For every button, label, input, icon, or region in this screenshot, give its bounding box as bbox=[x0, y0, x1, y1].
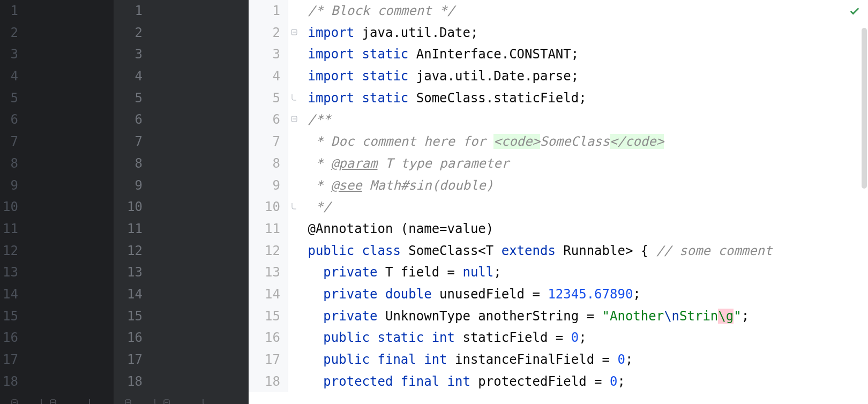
fold-toggle bbox=[77, 392, 87, 404]
line-number: 8 bbox=[249, 153, 288, 175]
editor-pane-dark-2[interactable]: 123456789101112131415161718/* Blocimport… bbox=[114, 0, 249, 404]
fold-toggle bbox=[288, 43, 300, 65]
code-line[interactable]: protected final int protectedField = 0; bbox=[300, 371, 772, 393]
fold-toggle bbox=[68, 392, 77, 404]
code-line[interactable]: public final int instanceFinalField = 0; bbox=[300, 349, 772, 371]
line-number: 11 bbox=[249, 218, 288, 240]
fold-gutter bbox=[288, 0, 300, 392]
line-number: 1 bbox=[0, 0, 24, 22]
code-line[interactable]: @Annotation (name=value) bbox=[300, 218, 772, 240]
line-number: 18 bbox=[249, 371, 288, 393]
fold-toggle bbox=[288, 371, 300, 393]
fold-toggle[interactable] bbox=[152, 392, 162, 404]
fold-toggle[interactable] bbox=[288, 196, 300, 218]
line-number: 9 bbox=[114, 175, 148, 197]
line-number: 15 bbox=[249, 305, 288, 327]
editor-pane-light[interactable]: 123456789101112131415161718 /* Block com… bbox=[249, 0, 868, 404]
line-number: 4 bbox=[249, 65, 288, 87]
line-number: 2 bbox=[249, 22, 288, 44]
fold-toggle bbox=[133, 392, 143, 404]
line-number: 8 bbox=[114, 153, 148, 175]
editor-pane-dark-1[interactable]: 123456789101112131415161718/* Blocimport… bbox=[0, 0, 114, 404]
fold-toggle[interactable] bbox=[288, 87, 300, 109]
line-number: 3 bbox=[114, 43, 148, 65]
fold-toggle bbox=[229, 392, 239, 404]
code-line[interactable]: public class SomeClass<T extends Runnabl… bbox=[300, 240, 772, 262]
code-line[interactable]: private T field = null; bbox=[300, 261, 772, 283]
fold-toggle[interactable] bbox=[162, 392, 171, 404]
code-line[interactable]: */ bbox=[300, 196, 772, 218]
inspection-ok-icon bbox=[849, 4, 860, 20]
line-number: 2 bbox=[0, 22, 24, 44]
fold-toggle bbox=[288, 349, 300, 371]
fold-toggle bbox=[288, 305, 300, 327]
line-number: 4 bbox=[0, 65, 24, 87]
fold-toggle bbox=[288, 65, 300, 87]
fold-toggle bbox=[288, 327, 300, 349]
svg-rect-0 bbox=[12, 400, 17, 404]
line-number: 17 bbox=[249, 349, 288, 371]
line-number: 4 bbox=[114, 65, 148, 87]
code-line[interactable]: /* Block comment */ bbox=[300, 0, 772, 22]
fold-toggle bbox=[210, 392, 220, 404]
code-line[interactable]: * Doc comment here for <code>SomeClass</… bbox=[300, 131, 772, 153]
fold-toggle[interactable] bbox=[288, 109, 300, 131]
code-line[interactable]: import static AnInterface.CONSTANT; bbox=[300, 43, 772, 65]
code-line[interactable]: public static int staticField = 0; bbox=[300, 327, 772, 349]
fold-toggle bbox=[288, 0, 300, 22]
line-number: 7 bbox=[249, 131, 288, 153]
code-content[interactable]: /* Block comment */ import java.util.Dat… bbox=[300, 0, 772, 392]
code-line[interactable]: /** bbox=[300, 109, 772, 131]
fold-gutter bbox=[114, 392, 249, 404]
line-number: 16 bbox=[114, 327, 148, 349]
code-line[interactable]: * @param T type parameter bbox=[300, 153, 772, 175]
line-number: 13 bbox=[114, 261, 148, 283]
fold-toggle bbox=[220, 392, 229, 404]
fold-toggle[interactable] bbox=[87, 392, 96, 404]
line-number: 1 bbox=[114, 0, 148, 22]
code-line[interactable]: import java.util.Date; bbox=[300, 22, 772, 44]
line-number: 9 bbox=[0, 175, 24, 197]
line-number: 13 bbox=[0, 261, 24, 283]
line-number: 3 bbox=[0, 43, 24, 65]
line-number: 14 bbox=[114, 283, 148, 305]
line-number: 10 bbox=[114, 196, 148, 218]
line-number: 6 bbox=[0, 109, 24, 131]
line-number: 1 bbox=[249, 0, 288, 22]
fold-toggle[interactable] bbox=[39, 392, 48, 404]
fold-toggle bbox=[19, 392, 29, 404]
code-line[interactable]: * @see Math#sin(double) bbox=[300, 175, 772, 197]
line-number: 15 bbox=[0, 305, 24, 327]
fold-toggle bbox=[143, 392, 152, 404]
fold-gutter bbox=[0, 392, 114, 404]
line-number: 9 bbox=[249, 175, 288, 197]
line-number: 16 bbox=[249, 327, 288, 349]
fold-toggle bbox=[0, 392, 10, 404]
fold-toggle bbox=[191, 392, 200, 404]
fold-toggle bbox=[288, 283, 300, 305]
code-line[interactable]: private UnknownType anotherString = "Ano… bbox=[300, 305, 772, 327]
fold-toggle[interactable] bbox=[48, 392, 58, 404]
vertical-scrollbar[interactable] bbox=[862, 28, 867, 189]
code-line[interactable]: import static java.util.Date.parse; bbox=[300, 65, 772, 87]
line-number: 12 bbox=[0, 240, 24, 262]
fold-toggle bbox=[29, 392, 39, 404]
fold-toggle bbox=[288, 175, 300, 197]
line-number: 18 bbox=[0, 371, 24, 393]
fold-toggle[interactable] bbox=[123, 392, 133, 404]
line-number: 14 bbox=[0, 283, 24, 305]
fold-toggle bbox=[288, 218, 300, 240]
fold-toggle bbox=[288, 261, 300, 283]
fold-toggle[interactable] bbox=[10, 392, 19, 404]
code-line[interactable]: private double unusedField = 12345.67890… bbox=[300, 283, 772, 305]
line-number: 11 bbox=[114, 218, 148, 240]
line-number: 5 bbox=[249, 87, 288, 109]
fold-toggle[interactable] bbox=[288, 22, 300, 44]
line-number: 16 bbox=[0, 327, 24, 349]
fold-toggle bbox=[288, 240, 300, 262]
code-line[interactable]: import static SomeClass.staticField; bbox=[300, 87, 772, 109]
line-number-gutter: 123456789101112131415161718 bbox=[114, 0, 148, 392]
fold-toggle[interactable] bbox=[200, 392, 210, 404]
fold-toggle bbox=[288, 153, 300, 175]
line-number-gutter: 123456789101112131415161718 bbox=[249, 0, 288, 392]
